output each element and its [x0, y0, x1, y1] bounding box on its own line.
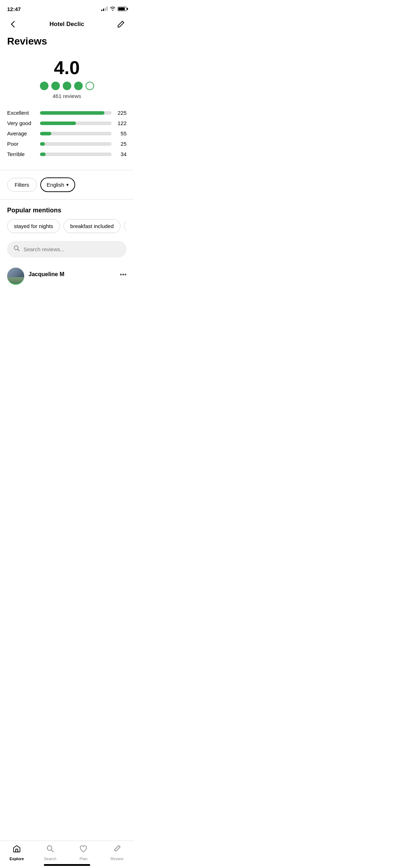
rating-bar-container	[40, 132, 112, 135]
rating-bar-count: 225	[116, 110, 127, 116]
back-button[interactable]	[7, 19, 19, 30]
mention-tag-2[interactable]: breakfast included	[63, 219, 120, 233]
nav-header: Hotel Declic	[0, 16, 134, 34]
rating-dot-4	[74, 82, 83, 90]
divider-1	[0, 170, 134, 170]
status-time: 12:47	[7, 6, 21, 12]
rating-bar-row: Excellent225	[7, 110, 127, 116]
rating-dots	[40, 82, 94, 90]
rating-bar-fill	[40, 122, 76, 125]
rating-bar-label: Excellent	[7, 110, 36, 116]
mention-tag-1[interactable]: stayed for nights	[7, 219, 60, 233]
search-icon	[14, 245, 20, 253]
rating-dot-2	[51, 82, 60, 90]
rating-bar-count: 55	[116, 130, 127, 136]
more-options-button[interactable]: •••	[120, 268, 127, 279]
rating-bar-count: 25	[116, 141, 127, 147]
mentions-row: stayed for nights breakfast included ec.…	[7, 219, 127, 233]
mention-tag-3[interactable]: ec...	[124, 219, 127, 233]
filters-button[interactable]: Filters	[7, 178, 37, 192]
rating-bar-row: Poor25	[7, 141, 127, 147]
status-icons	[101, 6, 127, 12]
battery-icon	[118, 7, 127, 11]
rating-bar-count: 34	[116, 151, 127, 157]
review-item: Jacqueline M •••	[0, 263, 134, 285]
search-reviews-input[interactable]	[24, 246, 120, 252]
rating-bar-container	[40, 111, 112, 115]
rating-bar-fill	[40, 132, 51, 135]
filters-row: Filters English ▾	[0, 172, 134, 198]
rating-bar-label: Poor	[7, 141, 36, 147]
rating-bar-fill	[40, 142, 45, 146]
rating-bar-row: Average55	[7, 130, 127, 136]
search-input-wrap	[7, 241, 127, 258]
search-container	[0, 237, 134, 263]
language-dropdown[interactable]: English ▾	[40, 177, 75, 192]
rating-dot-1	[40, 82, 48, 90]
avatar-image	[7, 268, 24, 284]
page-title: Reviews	[0, 34, 134, 54]
rating-bar-fill	[40, 153, 46, 156]
popular-mentions-title: Popular mentions	[7, 207, 127, 214]
reviewer-name: Jacqueline M	[29, 268, 64, 278]
svg-line-1	[18, 249, 20, 251]
rating-bar-container	[40, 142, 112, 146]
rating-bar-label: Terrible	[7, 151, 36, 157]
language-label: English	[47, 182, 64, 188]
popular-mentions-section: Popular mentions stayed for nights break…	[0, 201, 134, 237]
divider-2	[0, 199, 134, 200]
rating-bar-fill	[40, 111, 104, 115]
rating-bars-section: Excellent225Very good122Average55Poor25T…	[0, 106, 134, 169]
rating-bar-container	[40, 153, 112, 156]
chevron-down-icon: ▾	[66, 182, 69, 187]
status-bar: 12:47	[0, 0, 134, 16]
avatar	[7, 268, 24, 285]
rating-score: 4.0	[54, 58, 79, 78]
hotel-name: Hotel Declic	[50, 21, 84, 28]
wifi-icon	[110, 6, 115, 12]
rating-bar-row: Very good122	[7, 120, 127, 126]
review-count: 461 reviews	[52, 93, 81, 99]
rating-bar-count: 122	[116, 120, 127, 126]
rating-bar-container	[40, 122, 112, 125]
edit-button[interactable]	[115, 19, 127, 30]
rating-section: 4.0 461 reviews	[0, 54, 134, 106]
rating-bar-label: Very good	[7, 120, 36, 126]
rating-dot-3	[63, 82, 71, 90]
rating-dot-5	[86, 82, 94, 90]
rating-bar-row: Terrible34	[7, 151, 127, 157]
signal-icon	[101, 7, 108, 11]
rating-bar-label: Average	[7, 130, 36, 136]
